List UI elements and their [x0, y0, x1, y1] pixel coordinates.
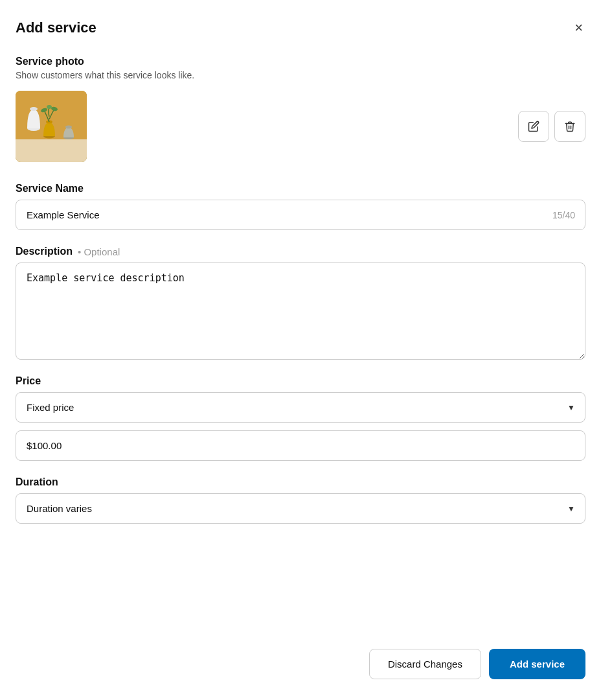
- service-name-label: Service Name: [16, 183, 585, 194]
- delete-photo-button[interactable]: [554, 111, 585, 142]
- description-label: Description • Optional: [16, 246, 585, 257]
- service-photo-label: Service photo: [16, 56, 585, 67]
- duration-group: Duration Duration varies 15 min 30 min 4…: [16, 476, 585, 524]
- price-label: Price: [16, 375, 585, 387]
- svg-point-9: [47, 105, 52, 109]
- service-name-input[interactable]: [16, 200, 585, 230]
- price-amount-input[interactable]: [16, 430, 585, 461]
- price-group: Price Fixed price Free Starting at Custo…: [16, 375, 585, 461]
- add-service-modal: Add service × Service photo Show custome…: [0, 0, 601, 700]
- modal-header: Add service ×: [16, 18, 585, 38]
- service-photo-section: Service photo Show customers what this s…: [16, 56, 585, 183]
- service-photo-thumbnail: [16, 91, 87, 162]
- modal-footer: Discard Changes Add service: [16, 633, 585, 700]
- duration-select-wrapper: Duration varies 15 min 30 min 45 min 1 h…: [16, 493, 585, 524]
- svg-rect-2: [16, 139, 87, 162]
- photo-row: [16, 91, 585, 162]
- modal-title: Add service: [16, 19, 96, 36]
- photo-actions: [518, 111, 585, 142]
- svg-point-11: [65, 126, 72, 129]
- service-name-group: Service Name 15/40: [16, 183, 585, 230]
- description-label-text: Description: [16, 246, 73, 257]
- description-input[interactable]: Example service description: [16, 262, 585, 360]
- char-counter: 15/40: [552, 210, 575, 220]
- price-amount-wrapper: [16, 430, 585, 461]
- price-type-select[interactable]: Fixed price Free Starting at Custom quot…: [16, 392, 585, 423]
- price-type-wrapper: Fixed price Free Starting at Custom quot…: [16, 392, 585, 423]
- svg-point-4: [30, 107, 38, 111]
- optional-tag: • Optional: [78, 246, 120, 257]
- close-button[interactable]: ×: [572, 18, 585, 38]
- edit-photo-button[interactable]: [518, 111, 549, 142]
- service-name-input-wrapper: 15/40: [16, 200, 585, 230]
- discard-button[interactable]: Discard Changes: [369, 649, 481, 679]
- description-group: Description • Optional Example service d…: [16, 246, 585, 360]
- duration-label: Duration: [16, 476, 585, 488]
- add-service-button[interactable]: Add service: [489, 649, 585, 679]
- duration-select[interactable]: Duration varies 15 min 30 min 45 min 1 h…: [16, 493, 585, 524]
- service-photo-sublabel: Show customers what this service looks l…: [16, 70, 585, 80]
